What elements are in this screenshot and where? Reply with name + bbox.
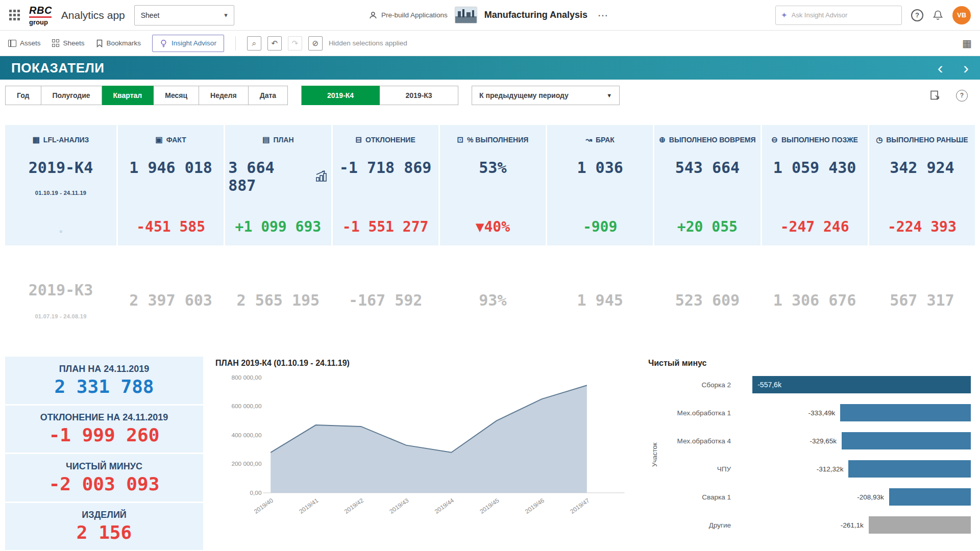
bar-value-label: -329,65k	[810, 437, 837, 445]
bottom-kpi[interactable]: ЧИСТЫЙ МИНУС-2 003 093	[5, 454, 203, 502]
bar[interactable]: -557,6k	[752, 376, 971, 393]
period-button-Год[interactable]: Год	[5, 86, 41, 105]
export-sheet-icon[interactable]	[929, 90, 941, 101]
selections-tool-icon[interactable]: ⊘	[308, 36, 323, 51]
insight-advisor-search[interactable]: ✦	[775, 6, 902, 25]
sheet-title: ПОКАЗАТЕЛИ	[11, 60, 104, 76]
assets-button[interactable]: Assets	[8, 39, 41, 47]
compare-period-value: К предыдущему периоду	[479, 91, 569, 99]
kpi-prev-value: 1 945	[577, 291, 623, 309]
bar-value-label: -312,32k	[817, 465, 844, 473]
period-button-Неделя[interactable]: Неделя	[199, 86, 249, 105]
early-icon: ◷	[876, 135, 883, 144]
kpi-cell-ontime[interactable]: ⊕ВЫПОЛНЕНО ВОВРЕМЯ543 664+20 055	[654, 125, 760, 245]
plan-area-chart[interactable]: ПЛАН 2019-К4 (01.10.19 - 24.11.19) 800 0…	[208, 357, 643, 550]
kpi-cell-defects[interactable]: ↝БРАК1 036-909	[547, 125, 653, 245]
bottom-section: ПЛАН НА 24.11.20192 331 788ОТКЛОНЕНИЕ НА…	[5, 357, 975, 550]
kpi-prev-value: 567 317	[890, 291, 954, 309]
assets-label: Assets	[20, 39, 41, 47]
kpi-cell-late[interactable]: ⊖ВЫПОЛНЕНО ПОЗЖЕ1 059 430-247 246	[762, 125, 868, 245]
area-chart-svg[interactable]: 800 000,00600 000,00400 000,00200 000,00…	[215, 370, 643, 527]
step-back-icon[interactable]: ↶	[267, 36, 282, 51]
period-button-Квартал[interactable]: Квартал	[102, 86, 154, 105]
user-avatar[interactable]: VB	[952, 6, 971, 24]
bar-category-label: Мех.обработка 4	[660, 437, 736, 445]
bar[interactable]	[869, 516, 971, 534]
plan-icon: ▤	[262, 135, 270, 144]
bar-row: Мех.обработка 4-329,65k	[660, 432, 971, 449]
app-title: Analytics app	[61, 9, 125, 21]
lfl-previous-period: 2019-К3	[29, 281, 93, 299]
kpi-delta: -909	[583, 218, 617, 235]
kpi-cell-plan[interactable]: ▤ПЛАН3 664 887+1 099 693	[225, 125, 331, 245]
area-chart-title: ПЛАН 2019-К4 (01.10.19 - 24.11.19)	[215, 359, 643, 368]
kpi-cell-fact[interactable]: ▣ФАКТ1 946 018-451 585	[118, 125, 224, 245]
help-icon[interactable]: ?	[911, 9, 923, 21]
lfl-icon: ▦	[33, 135, 40, 144]
hidden-selections-text: Hidden selections applied	[329, 39, 407, 47]
logo-red-bar	[29, 16, 52, 18]
bookmarks-button[interactable]: Bookmarks	[96, 39, 141, 47]
prev-sheet-icon[interactable]: ‹	[938, 60, 943, 76]
net-minus-bar-chart[interactable]: Чистый минус Участок Сборка 2-557,6kМех.…	[648, 357, 975, 550]
bottom-kpi-label: ИЗДЕЛИЙ	[82, 510, 127, 520]
bar[interactable]	[889, 488, 971, 506]
y-tick-label: 800 000,00	[231, 374, 261, 381]
bottom-kpi-label: ОТКЛОНЕНИЕ НА 24.11.2019	[40, 412, 168, 423]
insight-advisor-icon	[160, 39, 167, 47]
prebuild-applications-link[interactable]: Pre-build Applications	[369, 11, 448, 19]
sheet-help-icon[interactable]: ?	[956, 90, 968, 102]
step-forward-icon[interactable]: ↷	[288, 36, 302, 51]
x-tick-label: 2019/45	[478, 496, 500, 515]
next-sheet-icon[interactable]: ›	[963, 60, 969, 76]
bottom-kpi-list: ПЛАН НА 24.11.20192 331 788ОТКЛОНЕНИЕ НА…	[5, 357, 203, 550]
bottom-kpi-label: ПЛАН НА 24.11.2019	[59, 364, 150, 374]
quarter-button-2019-К4[interactable]: 2019-К4	[301, 86, 380, 105]
lfl-footer-icon: ▫	[60, 227, 62, 235]
more-options-icon[interactable]: ⋯	[595, 9, 611, 21]
toolbar-separator	[235, 36, 236, 51]
kpi-prev-cell-ontime: 523 609	[654, 245, 760, 350]
bottom-kpi[interactable]: ИЗДЕЛИЙ2 156	[5, 503, 203, 550]
app-thumbnail[interactable]	[455, 7, 477, 23]
kpi-cell-completion[interactable]: ⊡% ВЫПОЛНЕНИЯ53%▼40%	[440, 125, 546, 245]
area-fill[interactable]	[271, 385, 587, 493]
bottom-kpi[interactable]: ОТКЛОНЕНИЕ НА 24.11.2019-1 999 260	[5, 406, 203, 453]
period-button-Месяц[interactable]: Месяц	[154, 86, 199, 105]
bottom-kpi[interactable]: ПЛАН НА 24.11.20192 331 788	[5, 357, 203, 404]
sheet-selector[interactable]: Sheet ▾	[134, 5, 234, 26]
quarter-button-group: 2019-К42019-К3	[301, 86, 458, 105]
sheets-button[interactable]: Sheets	[52, 39, 85, 47]
kpi-header: ⊡% ВЫПОЛНЕНИЯ	[457, 135, 528, 144]
bar[interactable]	[842, 432, 971, 449]
kpi-cell-lfl[interactable]: ▦ LFL-АНАЛИЗ 2019-К4 01.10.19 - 24.11.19…	[5, 125, 116, 245]
quarter-button-2019-К3[interactable]: 2019-К3	[380, 86, 458, 105]
kpi-cell-deviation[interactable]: ⊟ОТКЛОНЕНИЕ-1 718 869-1 551 277	[333, 125, 438, 245]
sheet-grid-icon[interactable]: ▦	[962, 37, 972, 49]
bar[interactable]	[840, 404, 971, 421]
app-launcher-icon[interactable]	[9, 10, 20, 20]
period-button-Полугодие[interactable]: Полугодие	[41, 86, 102, 105]
period-button-Дата[interactable]: Дата	[249, 86, 288, 105]
topbar: RBC group Analytics app Sheet ▾ Pre-buil…	[0, 0, 980, 31]
bar-chart-body: Участок Сборка 2-557,6kМех.обработка 1-3…	[648, 376, 971, 534]
bar[interactable]	[848, 460, 971, 478]
rbc-group-logo: RBC group	[29, 5, 52, 26]
kpi-prev-cell-late: 1 306 676	[762, 245, 868, 350]
x-tick-label: 2019/40	[253, 496, 275, 515]
kpi-cell-early[interactable]: ◷ВЫПОЛНЕНО РАНЬШЕ342 924-224 393	[869, 125, 975, 245]
compare-period-dropdown[interactable]: К предыдущему периоду ▼	[472, 86, 620, 105]
search-selections-icon[interactable]: ⌕	[247, 36, 261, 51]
factory-image	[455, 7, 477, 23]
deviation-icon: ⊟	[356, 135, 362, 144]
search-input[interactable]	[792, 11, 896, 19]
x-tick-label: 2019/42	[343, 497, 365, 515]
document-title: Manufacturing Analysis	[484, 10, 587, 20]
kpi-value: 342 924	[890, 159, 954, 177]
kpi-header-label: % ВЫПОЛНЕНИЯ	[467, 136, 528, 144]
y-tick-label: 400 000,00	[231, 432, 261, 439]
notifications-bell-icon[interactable]	[933, 10, 943, 21]
bar-track: -312,32k	[736, 460, 971, 478]
insight-advisor-button[interactable]: Insight Advisor	[152, 35, 224, 52]
kpi-prev-cell-lfl: 2019-К3 01.07.19 - 24.08.19	[5, 245, 116, 350]
